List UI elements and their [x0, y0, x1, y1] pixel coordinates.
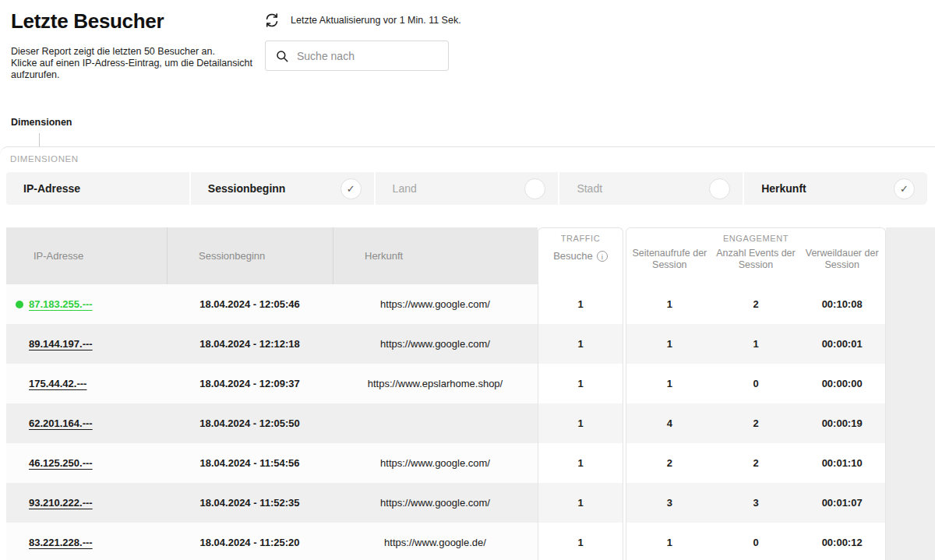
visitors-table: IP-Adresse Sessionbeginn Herkunft 87.183… — [0, 227, 935, 560]
session-start-cell: 18.04.2024 - 12:05:46 — [167, 298, 333, 310]
engagement-card-header: ENGAGEMENT Seitenaufrufe der Session Anz… — [626, 228, 885, 284]
table-row[interactable]: 83.221.228.--- 18.04.2024 - 11:25:20 htt… — [6, 523, 538, 560]
empty-toggle-icon[interactable] — [524, 178, 545, 199]
engagement-row: 4 2 00:00:19 — [626, 403, 885, 443]
checkmark-toggle-icon[interactable]: ✓ — [340, 178, 362, 199]
empty-toggle-icon[interactable] — [709, 178, 730, 199]
chip-label: Herkunft — [761, 182, 806, 195]
dimension-chip-ip-adresse[interactable]: IP-Adresse — [6, 172, 189, 205]
page-description-line: aufzurufen. — [11, 69, 252, 81]
engagement-row: 2 2 00:01:10 — [626, 443, 885, 483]
visits-cell: 1 — [538, 284, 623, 324]
referrer-cell: https://www.google.de/ — [333, 537, 538, 548]
group-label-engagement: ENGAGEMENT — [626, 228, 885, 243]
refresh-status: Letzte Aktualisierung vor 1 Min. 11 Sek. — [263, 12, 461, 29]
events-cell: 3 — [713, 497, 799, 509]
page-gutter — [886, 227, 935, 560]
dimensions-panel-title: DIMENSIONEN — [10, 154, 79, 164]
ip-address-link[interactable]: 93.210.222.--- — [29, 497, 93, 509]
table-row[interactable]: 175.44.42.--- 18.04.2024 - 12:09:37 http… — [6, 364, 538, 403]
duration-cell: 00:10:08 — [799, 298, 885, 310]
search-icon — [275, 49, 289, 63]
dimension-chips: IP-Adresse Sessionbeginn ✓ Land Stadt He… — [6, 172, 927, 205]
column-header-ip: IP-Adresse — [6, 250, 167, 262]
session-start-cell: 18.04.2024 - 12:05:50 — [167, 417, 333, 429]
page-description-line: Dieser Report zeigt die letzten 50 Besuc… — [11, 46, 252, 58]
search-input[interactable] — [297, 50, 439, 62]
tab-dimensionen[interactable]: Dimensionen — [11, 117, 72, 128]
pageviews-cell: 1 — [626, 378, 713, 389]
ip-address-link[interactable]: 46.125.250.--- — [29, 457, 93, 469]
column-header-duration: Verweildauer der Session — [799, 248, 885, 271]
events-cell: 2 — [713, 457, 799, 469]
session-start-cell: 18.04.2024 - 11:54:56 — [167, 457, 333, 469]
dimension-chip-land[interactable]: Land — [376, 172, 559, 205]
engagement-row: 1 0 00:00:00 — [626, 364, 885, 403]
pageviews-cell: 1 — [626, 537, 713, 548]
pageviews-cell: 4 — [626, 417, 713, 429]
table-row[interactable]: 87.183.255.--- 18.04.2024 - 12:05:46 htt… — [6, 284, 538, 324]
chip-label: Sessionbeginn — [208, 182, 286, 195]
events-cell: 1 — [713, 338, 799, 350]
last-update-label: Letzte Aktualisierung vor 1 Min. 11 Sek. — [291, 15, 461, 26]
visitors-table-left: IP-Adresse Sessionbeginn Herkunft 87.183… — [6, 227, 538, 560]
duration-cell: 00:01:10 — [799, 457, 885, 469]
search-box[interactable] — [265, 41, 449, 71]
pageviews-cell: 1 — [626, 298, 713, 310]
dimension-chip-stadt[interactable]: Stadt — [559, 172, 743, 205]
engagement-metrics-card: ENGAGEMENT Seitenaufrufe der Session Anz… — [626, 227, 886, 560]
session-start-cell: 18.04.2024 - 12:12:18 — [167, 338, 333, 350]
duration-cell: 00:00:00 — [799, 378, 885, 389]
chip-label: Land — [393, 182, 417, 195]
dimension-chip-sessionbeginn[interactable]: Sessionbeginn ✓ — [191, 172, 374, 205]
ip-address-link[interactable]: 83.221.228.--- — [29, 537, 93, 548]
page-description-line: Klicke auf einen IP-Adress-Eintrag, um d… — [11, 58, 252, 69]
column-header-referrer: Herkunft — [333, 227, 538, 284]
visits-cell: 1 — [538, 364, 623, 403]
pageviews-cell: 3 — [626, 497, 713, 509]
dimension-chip-herkunft[interactable]: Herkunft ✓ — [744, 172, 927, 205]
online-indicator-dot — [16, 301, 23, 308]
info-icon[interactable]: i — [597, 251, 608, 262]
referrer-cell: https://www.google.com/ — [333, 497, 538, 509]
referrer-cell: https://www.epslarhome.shop/ — [333, 378, 538, 389]
table-row[interactable]: 89.144.197.--- 18.04.2024 - 12:12:18 htt… — [6, 324, 538, 364]
page-title: Letzte Besucher — [11, 9, 164, 33]
ip-address-link[interactable]: 87.183.255.--- — [29, 298, 93, 310]
group-label-traffic: TRAFFIC — [538, 228, 623, 243]
column-header-visits: Besuche — [553, 250, 593, 262]
table-row[interactable]: 93.210.222.--- 18.04.2024 - 11:52:35 htt… — [6, 483, 538, 523]
visits-cell: 1 — [538, 443, 623, 483]
engagement-row: 1 2 00:10:08 — [626, 284, 885, 324]
duration-cell: 00:00:01 — [799, 338, 885, 350]
checkmark-toggle-icon[interactable]: ✓ — [894, 178, 915, 199]
ip-address-link[interactable]: 175.44.42.--- — [29, 378, 86, 389]
traffic-card-header: TRAFFIC Besuche i — [538, 228, 623, 284]
referrer-cell: https://www.google.com/ — [333, 298, 538, 310]
events-cell: 0 — [713, 537, 799, 548]
duration-cell: 00:00:12 — [799, 537, 885, 548]
duration-cell: 00:00:19 — [799, 417, 885, 429]
chip-label: IP-Adresse — [23, 182, 80, 195]
table-row[interactable]: 62.201.164.--- 18.04.2024 - 12:05:50 — [6, 403, 538, 443]
analytics-page: Letzte Besucher Dieser Report zeigt die … — [0, 0, 935, 560]
events-cell: 0 — [713, 378, 799, 389]
events-cell: 2 — [713, 417, 799, 429]
engagement-row: 1 1 00:00:01 — [626, 324, 885, 364]
refresh-icon[interactable] — [263, 12, 280, 29]
ip-address-link[interactable]: 89.144.197.--- — [29, 338, 93, 350]
traffic-metrics-card: TRAFFIC Besuche i 1 1 1 1 1 1 1 — [538, 227, 623, 560]
visits-cell: 1 — [538, 324, 623, 364]
events-cell: 2 — [713, 298, 799, 310]
table-row[interactable]: 46.125.250.--- 18.04.2024 - 11:54:56 htt… — [6, 443, 538, 483]
session-start-cell: 18.04.2024 - 12:09:37 — [167, 378, 333, 389]
page-description: Dieser Report zeigt die letzten 50 Besuc… — [11, 46, 252, 81]
referrer-cell: https://www.google.com/ — [333, 457, 538, 469]
tab-connector — [39, 133, 40, 146]
chip-label: Stadt — [577, 182, 602, 195]
visits-cell: 1 — [538, 523, 623, 560]
ip-address-link[interactable]: 62.201.164.--- — [29, 417, 93, 429]
engagement-row: 1 0 00:00:12 — [626, 523, 885, 560]
engagement-row: 3 3 00:01:07 — [626, 483, 885, 523]
session-start-cell: 18.04.2024 - 11:52:35 — [167, 497, 333, 509]
